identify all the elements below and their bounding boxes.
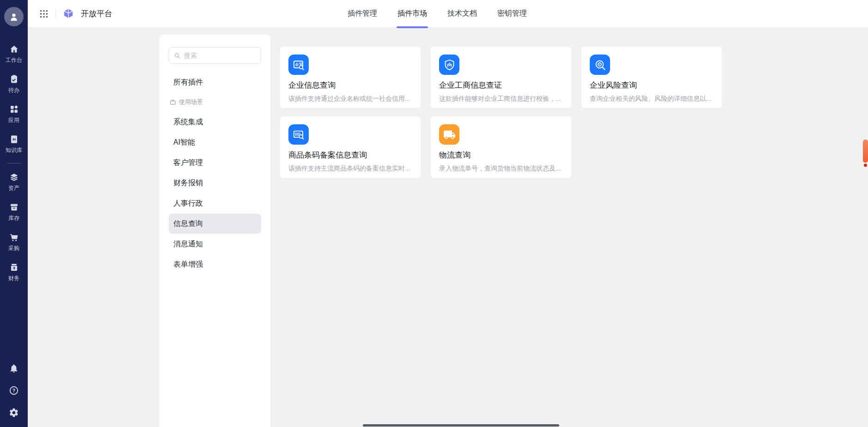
rail-item-todo[interactable]: 待办 (0, 69, 28, 99)
enterprise-info-icon: 企 (288, 55, 309, 75)
rail-label: 应用 (8, 116, 19, 124)
plugin-title: 商品条码备案信息查询 (288, 150, 412, 160)
tab-key-management[interactable]: 密钥管理 (496, 0, 528, 27)
vertical-scrollbar-thumb[interactable] (863, 140, 868, 163)
svg-text:?: ? (12, 388, 15, 393)
gear-icon[interactable] (9, 408, 19, 418)
plugin-card-enterprise-info[interactable]: 企 企业信息查询 该插件支持通过企业名称或统一社会信用... (280, 46, 421, 109)
rail-divider (7, 163, 21, 164)
rail-item-inventory[interactable]: 库存 (0, 197, 28, 227)
layers-icon (9, 172, 19, 182)
plugin-title: 企业工商信息查证 (439, 80, 563, 91)
brand-area: 开放平台 (39, 8, 112, 20)
category-message-notification[interactable]: 消息通知 (169, 234, 261, 254)
category-section-header: 使用场景 (169, 92, 261, 112)
plugin-description: 这款插件能够对企业工商信息进行校验，... (439, 95, 563, 103)
rail-label: 知识库 (6, 146, 22, 154)
category-ai[interactable]: AI智能 (169, 132, 261, 152)
rail-item-finance[interactable]: ¥ 财务 (0, 257, 28, 287)
business-verify-icon (439, 55, 459, 75)
rail-label: 资产 (8, 184, 19, 192)
scroll-marker-dot (864, 164, 867, 167)
barcode-search-icon (288, 124, 309, 145)
plugin-card-barcode-search[interactable]: 商品条码备案信息查询 该插件支持主流商品条码的备案信息实时... (280, 116, 421, 178)
finance-icon: ¥ (9, 262, 19, 272)
category-form-enhancement[interactable]: 表单增强 (169, 254, 261, 274)
rail-item-assets[interactable]: 资产 (0, 167, 28, 197)
platform-logo-icon (62, 8, 74, 20)
plugin-title: 企业风险查询 (590, 80, 714, 91)
category-all-plugins[interactable]: 所有插件 (169, 72, 261, 92)
main-column: 开放平台 插件管理 插件市场 技术文档 密钥管理 所有插件 (28, 0, 868, 427)
person-icon (8, 11, 19, 22)
left-rail: 工作台 待办 应用 AI 知识库 (0, 0, 28, 427)
tab-plugin-market[interactable]: 插件市场 (397, 0, 428, 27)
category-panel: 所有插件 使用场景 系统集成 AI智能 客户管理 财务报销 人事行政 信息查询 … (159, 35, 270, 427)
header-tabs: 插件管理 插件市场 技术文档 密钥管理 (347, 0, 528, 27)
plugin-description: 该插件支持通过企业名称或统一社会信用... (288, 95, 412, 103)
bell-icon[interactable] (9, 363, 19, 373)
rail-label: 待办 (8, 86, 19, 94)
search-box (169, 47, 261, 64)
rail-item-apps[interactable]: 应用 (0, 99, 28, 129)
home-icon (9, 44, 19, 54)
svg-text:¥: ¥ (13, 266, 15, 270)
page-title: 开放平台 (81, 8, 112, 19)
plugin-title: 企业信息查询 (288, 80, 412, 91)
tab-plugin-management[interactable]: 插件管理 (347, 0, 378, 27)
category-section-label: 使用场景 (179, 98, 203, 106)
horizontal-scrollbar-thumb[interactable] (363, 424, 559, 427)
category-system-integration[interactable]: 系统集成 (169, 112, 261, 132)
content-area: 所有插件 使用场景 系统集成 AI智能 客户管理 财务报销 人事行政 信息查询 … (28, 28, 868, 427)
enterprise-risk-icon (590, 55, 610, 75)
plugin-card-enterprise-risk[interactable]: 企业风险查询 查询企业相关的风险、风险的详细信息以... (581, 46, 722, 109)
rail-item-knowledge[interactable]: AI 知识库 (0, 129, 28, 159)
apps-icon (9, 104, 19, 114)
archive-box-icon (9, 202, 19, 212)
rail-label: 采购 (8, 244, 19, 252)
search-input[interactable] (184, 52, 256, 59)
brand-separator (55, 9, 56, 19)
svg-text:AI: AI (12, 138, 16, 141)
briefcase-icon (170, 99, 176, 105)
category-finance-reimbursement[interactable]: 财务报销 (169, 173, 261, 193)
plugin-card-grid: 企 企业信息查询 该插件支持通过企业名称或统一社会信用... (280, 46, 722, 178)
rail-nav: 工作台 待办 应用 AI 知识库 (0, 39, 28, 287)
search-icon (174, 52, 181, 59)
app-launcher-icon[interactable] (39, 9, 49, 19)
rail-item-procurement[interactable]: 采购 (0, 227, 28, 257)
plugin-title: 物流查询 (439, 150, 563, 160)
rail-label: 库存 (8, 214, 19, 222)
tab-tech-docs[interactable]: 技术文档 (446, 0, 478, 27)
knowledge-ai-icon: AI (9, 134, 19, 144)
logistics-truck-icon (439, 124, 459, 145)
category-info-query[interactable]: 信息查询 (169, 214, 261, 234)
category-customer-management[interactable]: 客户管理 (169, 152, 261, 173)
plugin-card-logistics[interactable]: 物流查询 录入物流单号，查询货物当前物流状态及... (430, 116, 572, 178)
rail-bottom: ? (9, 363, 19, 427)
plugin-description: 查询企业相关的风险、风险的详细信息以... (590, 95, 714, 103)
svg-text:企: 企 (295, 62, 299, 67)
cart-icon (9, 232, 19, 242)
todo-icon (9, 74, 19, 84)
top-header: 开放平台 插件管理 插件市场 技术文档 密钥管理 (28, 0, 868, 28)
app-root: 工作台 待办 应用 AI 知识库 (0, 0, 868, 427)
plugin-description: 该插件支持主流商品条码的备案信息实时... (288, 165, 412, 173)
help-icon[interactable]: ? (9, 385, 19, 396)
rail-label: 工作台 (6, 56, 22, 64)
rail-item-workbench[interactable]: 工作台 (0, 39, 28, 69)
category-hr-admin[interactable]: 人事行政 (169, 193, 261, 214)
plugin-description: 录入物流单号，查询货物当前物流状态及... (439, 165, 563, 173)
plugin-card-business-verify[interactable]: 企业工商信息查证 这款插件能够对企业工商信息进行校验，... (430, 46, 572, 109)
rail-label: 财务 (8, 274, 19, 282)
user-avatar[interactable] (4, 7, 24, 26)
